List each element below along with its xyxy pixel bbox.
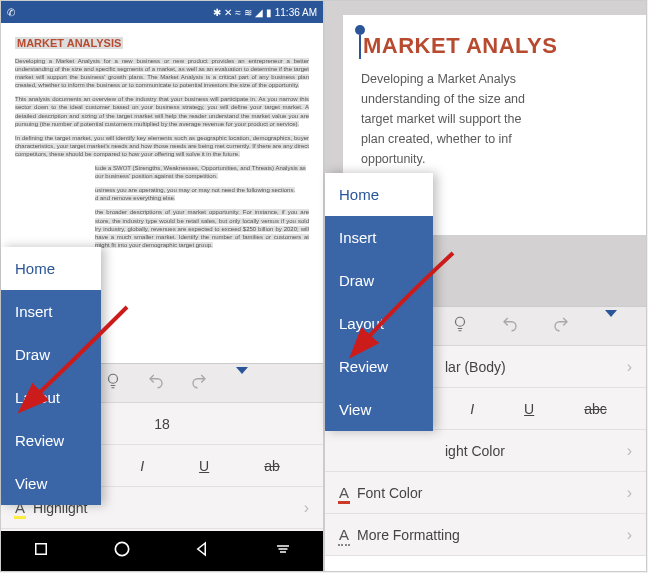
menu-item-home[interactable]: Home <box>325 173 433 216</box>
battery-icon: ▮ <box>266 7 272 18</box>
underline-button[interactable]: U <box>524 401 534 417</box>
redo-icon[interactable] <box>185 372 213 394</box>
highlight-color-label: ight Color <box>445 443 505 459</box>
back-button[interactable] <box>194 540 212 562</box>
more-formatting-row[interactable]: A More Formatting › <box>325 514 646 556</box>
strikethrough-button[interactable]: ab <box>264 458 280 474</box>
doc-title[interactable]: MARKET ANALYSIS <box>15 37 123 49</box>
doc-paragraph[interactable]: This analysis documents an overview of t… <box>15 95 309 127</box>
android-nav-bar <box>1 531 323 571</box>
doc-paragraph[interactable]: usiness you are operating, you may or ma… <box>15 186 309 202</box>
chevron-right-icon: › <box>304 499 309 517</box>
lightbulb-icon[interactable] <box>99 372 127 394</box>
expand-caret-icon[interactable] <box>228 374 256 392</box>
doc-paragraph[interactable]: Developing a Market Analysis for a new b… <box>15 57 309 89</box>
chevron-right-icon: › <box>627 358 632 376</box>
menu-item-view[interactable]: View <box>1 462 101 505</box>
doc-paragraph[interactable]: lude a SWOT (Strengths, Weaknesses, Oppo… <box>15 164 309 180</box>
doc-paragraph[interactable]: In defining the target market, you will … <box>15 134 309 158</box>
wifi-icon: ≋ <box>244 7 252 18</box>
menu-item-review[interactable]: Review <box>325 345 433 388</box>
font-color-label: Font Color <box>357 485 422 501</box>
doc-paragraph[interactable]: the broader descriptions of your market … <box>15 208 309 248</box>
highlight-color-row[interactable]: ight Color › <box>325 430 646 472</box>
chevron-right-icon: › <box>627 442 632 460</box>
menu-item-draw[interactable]: Draw <box>325 259 433 302</box>
menu-lines-button[interactable] <box>274 540 292 562</box>
svg-rect-1 <box>36 544 47 555</box>
doc-paragraph[interactable]: Developing a Market Analys understanding… <box>361 69 646 169</box>
bluetooth-icon: ✱ <box>213 7 221 18</box>
font-color-icon: A <box>339 484 349 501</box>
recent-apps-button[interactable] <box>32 540 50 562</box>
italic-button[interactable]: I <box>140 458 144 474</box>
tab-menu: Home Insert Draw Layout Review View <box>325 173 433 431</box>
font-size-value: 18 <box>154 416 170 432</box>
more-formatting-label: More Formatting <box>357 527 460 543</box>
svg-point-3 <box>456 317 465 326</box>
doc-title[interactable]: MARKET ANALYS <box>361 33 559 59</box>
underline-button[interactable]: U <box>199 458 209 474</box>
svg-point-0 <box>108 374 117 383</box>
vibrate-icon: ≈ <box>235 7 241 18</box>
menu-item-layout[interactable]: Layout <box>1 376 101 419</box>
font-color-row[interactable]: A Font Color › <box>325 472 646 514</box>
more-formatting-icon: A <box>339 526 349 543</box>
clock: 11:36 AM <box>275 7 317 18</box>
font-family-label: lar (Body) <box>445 359 506 375</box>
redo-icon[interactable] <box>547 315 575 337</box>
menu-item-view[interactable]: View <box>325 388 433 431</box>
undo-icon[interactable] <box>496 315 524 337</box>
chevron-right-icon: › <box>627 526 632 544</box>
status-bar: ✆ ✱ ✕ ≈ ≋ ◢ ▮ 11:36 AM <box>1 1 323 23</box>
menu-item-insert[interactable]: Insert <box>1 290 101 333</box>
undo-icon[interactable] <box>142 372 170 394</box>
tab-menu: Home Insert Draw Layout Review View <box>1 247 101 505</box>
selection-handle-icon[interactable] <box>355 25 365 35</box>
chevron-right-icon: › <box>627 484 632 502</box>
italic-button[interactable]: I <box>470 401 474 417</box>
menu-item-review[interactable]: Review <box>1 419 101 462</box>
strikethrough-button[interactable]: abc <box>584 401 607 417</box>
menu-item-home[interactable]: Home <box>1 247 101 290</box>
menu-item-draw[interactable]: Draw <box>1 333 101 376</box>
mute-icon: ✕ <box>224 7 232 18</box>
lightbulb-icon[interactable] <box>446 315 474 337</box>
menu-item-layout[interactable]: Layout <box>325 302 433 345</box>
expand-caret-icon[interactable] <box>597 317 625 335</box>
signal-icon: ◢ <box>255 7 263 18</box>
svg-point-2 <box>115 542 128 555</box>
phone-icon: ✆ <box>7 7 15 18</box>
home-button[interactable] <box>112 539 132 563</box>
menu-item-insert[interactable]: Insert <box>325 216 433 259</box>
